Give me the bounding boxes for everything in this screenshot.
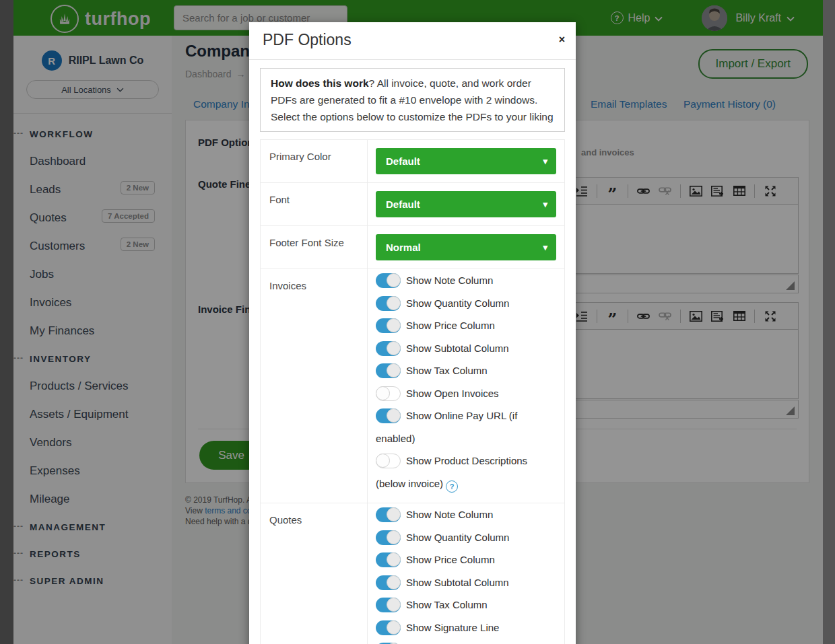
help-tooltip-icon[interactable]: ? xyxy=(446,480,458,493)
option-row-value: Show Note ColumnShow Quantity ColumnShow… xyxy=(368,503,564,644)
option-row-value: Show Note ColumnShow Quantity ColumnShow… xyxy=(368,269,564,503)
toggle-label: Show Price Column xyxy=(406,320,495,331)
modal-header: PDF Options × xyxy=(249,22,576,60)
toggle-show-note-column[interactable] xyxy=(376,273,401,288)
toggle-label: Show Tax Column xyxy=(406,365,488,376)
modal-body: How does this work? All invoice, quote, … xyxy=(249,60,576,644)
select-value: Default xyxy=(386,199,420,210)
toggle-knob xyxy=(387,598,401,612)
toggle-show-subtotal-column[interactable] xyxy=(376,575,401,590)
toggle-row: Show Open Invoices xyxy=(376,382,556,405)
toggle-knob xyxy=(387,530,401,544)
screen: turfhop ? Help xyxy=(0,0,835,644)
toggle-knob xyxy=(387,363,401,378)
toggle-row: Show Product Descriptions (below invoice… xyxy=(376,450,556,495)
toggle-knob xyxy=(387,341,401,355)
toggle-label: Show Quantity Column xyxy=(406,532,509,543)
toggle-row: Show Note Column xyxy=(376,503,556,526)
toggle-knob xyxy=(376,454,390,468)
toggle-show-price-column[interactable] xyxy=(376,318,401,333)
pdf-options-modal: PDF Options × How does this work? All in… xyxy=(249,22,576,644)
toggle-label: Show Tax Column xyxy=(406,599,488,610)
primary-color-select[interactable]: Default▾ xyxy=(376,148,556,174)
toggle-row: Show Quantity Column xyxy=(376,526,556,549)
toggle-show-online-pay-url-if-enabled-[interactable] xyxy=(376,408,401,423)
toggle-row: Show Online Pay URL (if enabled) xyxy=(376,404,556,450)
toggle-label: Show Price Column xyxy=(406,554,495,565)
toggle-show-subtotal-column[interactable] xyxy=(376,341,401,356)
option-row-font: FontDefault▾ xyxy=(261,183,564,226)
toggle-label: Show Note Column xyxy=(406,509,493,520)
option-row-quotes: QuotesShow Note ColumnShow Quantity Colu… xyxy=(261,503,564,644)
toggle-knob xyxy=(387,296,401,310)
toggle-row: Show Subtotal Column xyxy=(376,337,556,360)
toggle-label: Show Subtotal Column xyxy=(406,577,509,588)
option-row-label: Footer Font Size xyxy=(261,226,368,269)
toggle-show-quantity-column[interactable] xyxy=(376,296,401,311)
option-row-invoices: InvoicesShow Note ColumnShow Quantity Co… xyxy=(261,269,564,503)
toggle-show-tax-column[interactable] xyxy=(376,598,401,612)
toggle-row: Show Note Column xyxy=(376,269,556,292)
caret-down-icon: ▾ xyxy=(543,148,547,174)
toggle-label: Show Open Invoices xyxy=(406,388,499,399)
toggle-knob xyxy=(387,552,401,567)
toggle-knob xyxy=(387,318,401,332)
caret-down-icon: ▾ xyxy=(543,234,547,260)
toggle-label: Show Subtotal Column xyxy=(406,343,509,354)
option-row-footer-font-size: Footer Font SizeNormal▾ xyxy=(261,226,564,269)
modal-intro-text: How does this work? All invoice, quote, … xyxy=(260,68,565,132)
option-row-value: Default▾ xyxy=(368,140,564,182)
option-row-label: Primary Color xyxy=(261,140,368,182)
close-icon[interactable]: × xyxy=(559,34,565,45)
toggle-show-quantity-column[interactable] xyxy=(376,530,401,545)
toggle-row: Show Subtotal Column xyxy=(376,571,556,594)
toggle-show-price-column[interactable] xyxy=(376,552,401,567)
pdf-options-table: Primary ColorDefault▾FontDefault▾Footer … xyxy=(260,139,565,644)
option-row-value: Default▾ xyxy=(368,183,564,225)
option-row-value: Normal▾ xyxy=(368,226,564,269)
option-row-label: Font xyxy=(261,183,368,225)
footer-font-size-select[interactable]: Normal▾ xyxy=(376,234,556,260)
toggle-row: Show Tax Column xyxy=(376,594,556,616)
toggle-knob xyxy=(387,620,401,635)
toggle-row: Show Signature Line xyxy=(376,616,556,639)
toggle-show-signature-line[interactable] xyxy=(376,620,401,635)
toggle-knob xyxy=(387,575,401,589)
toggle-knob xyxy=(376,386,390,400)
toggle-label: Show Quantity Column xyxy=(406,297,509,309)
toggle-label: Show Signature Line xyxy=(406,622,499,633)
toggle-show-product-descriptions-below-invoice-[interactable] xyxy=(376,454,401,468)
select-value: Default xyxy=(386,155,420,167)
toggle-show-note-column[interactable] xyxy=(376,507,401,522)
intro-bold: How does this work xyxy=(271,77,369,89)
toggle-show-open-invoices[interactable] xyxy=(376,386,401,401)
toggle-knob xyxy=(387,408,401,423)
toggle-show-tax-column[interactable] xyxy=(376,363,401,378)
toggle-label: Show Note Column xyxy=(406,275,493,286)
option-row-primary-color: Primary ColorDefault▾ xyxy=(261,140,564,183)
caret-down-icon: ▾ xyxy=(543,191,547,217)
toggle-row: Show Quantity Column xyxy=(376,292,556,315)
toggle-knob xyxy=(387,273,401,287)
select-value: Normal xyxy=(386,242,421,253)
toggle-row: Show Price Column xyxy=(376,314,556,337)
option-row-label: Quotes xyxy=(261,503,368,644)
toggle-row: Show Tax Column xyxy=(376,359,556,382)
toggle-knob xyxy=(387,507,401,522)
option-row-label: Invoices xyxy=(261,269,368,503)
toggle-row: Show Product Descriptions (below quote)? xyxy=(376,639,556,644)
font-select[interactable]: Default▾ xyxy=(376,191,556,217)
toggle-row: Show Price Column xyxy=(376,548,556,571)
modal-title: PDF Options xyxy=(263,31,352,49)
